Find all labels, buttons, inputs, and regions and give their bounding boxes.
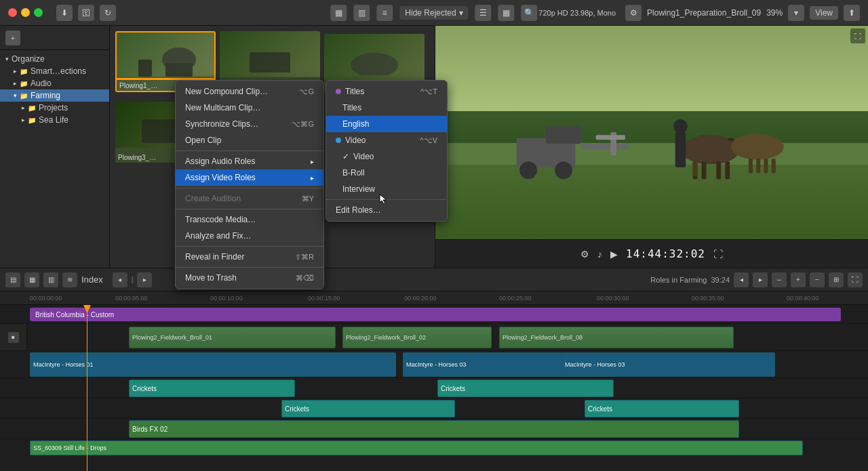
sub-b-roll[interactable]: B-Roll: [326, 165, 447, 181]
nav-back-button[interactable]: ◂: [113, 272, 127, 287]
sub-titles-header[interactable]: Titles ^⌥T: [326, 83, 447, 100]
audio-waveform-button[interactable]: ≋: [62, 272, 77, 287]
sub-video-header[interactable]: Video ^⌥V: [326, 132, 447, 148]
add-library-button[interactable]: +: [5, 30, 20, 45]
video-clip-2[interactable]: Plowing2_Fieldwork_Broll_02: [342, 327, 492, 348]
index-label[interactable]: Index: [81, 274, 103, 285]
roles-nav-back-icon[interactable]: ◂: [734, 272, 749, 287]
timeline-roles-info: Roles in Farming 39:24 ◂ ▸ ↔ + − ⊞ ⛶: [650, 272, 863, 287]
share-icon[interactable]: ⬆: [844, 5, 860, 21]
crickets-clip-2[interactable]: Crickets: [437, 380, 614, 397]
ctx-reveal-in-finder[interactable]: Reveal in Finder ⇧⌘R: [176, 249, 323, 265]
fullscreen-icon[interactable]: ⛶: [850, 28, 865, 43]
expand-viewer-icon[interactable]: ⛶: [713, 249, 723, 260]
zoom-out-icon[interactable]: −: [810, 272, 825, 287]
grid-view-icon[interactable]: ▦: [498, 5, 515, 21]
viewer-overlay-controls: ⛶: [850, 28, 865, 43]
minimize-button[interactable]: [21, 8, 30, 17]
crickets-clip-3[interactable]: Crickets: [281, 400, 455, 417]
sub-divider: [326, 199, 447, 200]
horses-clip-3[interactable]: MacIntyre - Horses 03: [561, 352, 775, 377]
sub-video-checked[interactable]: ✓ Video: [326, 148, 447, 165]
ctx-assign-video-roles[interactable]: Assign Video Roles ▸: [176, 169, 323, 186]
mute-icon[interactable]: ■: [8, 332, 19, 343]
sidebar-item-farming[interactable]: ▾ 📁 Farming: [0, 89, 109, 102]
title-bar: ⬇ ⚿ ↻ ▦ ▥ ≡ Hide Rejected ▾ ☰ ▦ 🔍 720p H…: [0, 0, 868, 26]
birds-clip[interactable]: Birds FX 02: [129, 420, 739, 438]
settings-icon[interactable]: ⚙: [625, 5, 642, 21]
download-icon[interactable]: ⬇: [56, 5, 73, 21]
list-view-icon[interactable]: ☰: [475, 5, 492, 21]
sidebar-item-projects[interactable]: ▸ 📁 Projects: [0, 102, 109, 114]
horses-clip-1[interactable]: MacIntyre - Horses 01: [30, 352, 396, 377]
skimmer-button[interactable]: ▥: [43, 272, 58, 287]
bc-clip[interactable]: British Columbia - Custom: [30, 308, 841, 321]
context-menu: New Compound Clip… ⌥G New Multicam Clip……: [175, 80, 324, 289]
expand-icon[interactable]: ⛶: [848, 272, 863, 287]
timecode-display: 14:44:32:02: [626, 247, 705, 260]
ctx-open-clip[interactable]: Open Clip: [176, 132, 323, 148]
track-row-crickets-1: Crickets Crickets: [0, 378, 868, 398]
horses-clip-2[interactable]: MacIntyre - Horses 03: [403, 352, 564, 377]
viewer-controls: ⚙ ♪ ▶ 14:44:32:02 ⛶: [435, 239, 868, 268]
sync-icon[interactable]: ↻: [100, 5, 116, 21]
clip-appearance-button[interactable]: ▤: [5, 272, 20, 287]
svg-point-9: [555, 161, 572, 179]
sub-titles-sub[interactable]: Titles: [326, 100, 447, 116]
hide-rejected-label: Hide Rejected: [405, 8, 456, 18]
sub-edit-roles[interactable]: Edit Roles…: [326, 202, 447, 218]
ctx-divider-4: [176, 246, 323, 247]
svg-rect-23: [749, 133, 760, 150]
ctx-synchronize-clips[interactable]: Synchronize Clips… ⌥⌘G: [176, 116, 323, 132]
video-clip-1[interactable]: Plowing2_Fieldwork_Broll_01: [129, 327, 336, 348]
sub-interview[interactable]: Interview: [326, 181, 447, 197]
viewer-settings-icon[interactable]: ⚙: [580, 249, 589, 260]
zoom-in-icon[interactable]: +: [791, 272, 806, 287]
search-icon[interactable]: 🔍: [521, 5, 538, 21]
sidebar-item-audio[interactable]: ▸ 📁 Audio: [0, 77, 109, 89]
zoom-dropdown-icon[interactable]: ▾: [788, 5, 804, 21]
crickets-clip-4[interactable]: Crickets: [585, 400, 739, 417]
titlebar-right: 720p HD 23.98p, Mono ⚙ Plowing1_Preparat…: [534, 5, 860, 21]
sidebar-item-smart-collections[interactable]: ▸ 📁 Smart…ections: [0, 65, 109, 77]
roles-nav-forward-icon[interactable]: ▸: [753, 272, 768, 287]
nav-indicator: |: [132, 276, 134, 283]
sidebar-item-organize[interactable]: ▾ Organize: [0, 53, 109, 65]
ctx-new-compound-clip[interactable]: New Compound Clip… ⌥G: [176, 83, 323, 100]
traffic-lights: [8, 8, 43, 17]
view-button[interactable]: View: [810, 6, 838, 20]
drops-clip[interactable]: SS_60309 Still Life - Drops: [30, 441, 803, 455]
maximize-button[interactable]: [34, 8, 43, 17]
ctx-new-multicam-clip[interactable]: New Multicam Clip…: [176, 100, 323, 116]
play-button[interactable]: ▶: [610, 249, 618, 260]
title-icons: ⬇ ⚿ ↻: [56, 5, 116, 21]
close-button[interactable]: [8, 8, 17, 17]
browser-icon[interactable]: ▦: [330, 5, 347, 21]
ctx-move-to-trash[interactable]: Move to Trash ⌘⌫: [176, 270, 323, 286]
ctx-analyze-and-fix[interactable]: Analyze and Fix…: [176, 228, 323, 244]
timeline-view-button[interactable]: ▦: [24, 272, 39, 287]
zoom-fit-icon[interactable]: ↔: [772, 272, 787, 287]
sub-english[interactable]: English: [326, 116, 447, 132]
sidebar-item-sea-life[interactable]: ▸ 📁 Sea Life: [0, 114, 109, 126]
hide-rejected-button[interactable]: Hide Rejected ▾: [399, 6, 468, 20]
ctx-transcode-media[interactable]: Transcode Media…: [176, 211, 323, 228]
svg-rect-18: [716, 161, 721, 179]
crickets-clip-1[interactable]: Crickets: [129, 380, 295, 397]
timeline-header: ▤ ▦ ▥ ≋ Index ◂ | ▸ Roles in Farming 39:…: [0, 268, 868, 291]
timeline-icon[interactable]: ≡: [376, 5, 393, 21]
svg-rect-24: [693, 161, 698, 176]
svg-rect-27: [764, 159, 768, 173]
video-clip-3[interactable]: Plowing2_Fieldwork_Broll_08: [499, 327, 734, 348]
ctx-assign-audio-roles[interactable]: Assign Audio Roles ▸: [176, 153, 323, 169]
roles-label: Roles in Farming: [650, 276, 707, 284]
svg-rect-14: [698, 135, 713, 155]
svg-rect-26: [756, 159, 760, 173]
timeline-options-icon[interactable]: ⊞: [829, 272, 844, 287]
audio-icon[interactable]: ♪: [597, 249, 602, 260]
svg-rect-3: [250, 52, 290, 73]
key-icon[interactable]: ⚿: [78, 5, 94, 21]
svg-rect-25: [749, 159, 753, 173]
nav-forward-button[interactable]: ▸: [137, 272, 152, 287]
inspector-icon[interactable]: ▥: [353, 5, 370, 21]
